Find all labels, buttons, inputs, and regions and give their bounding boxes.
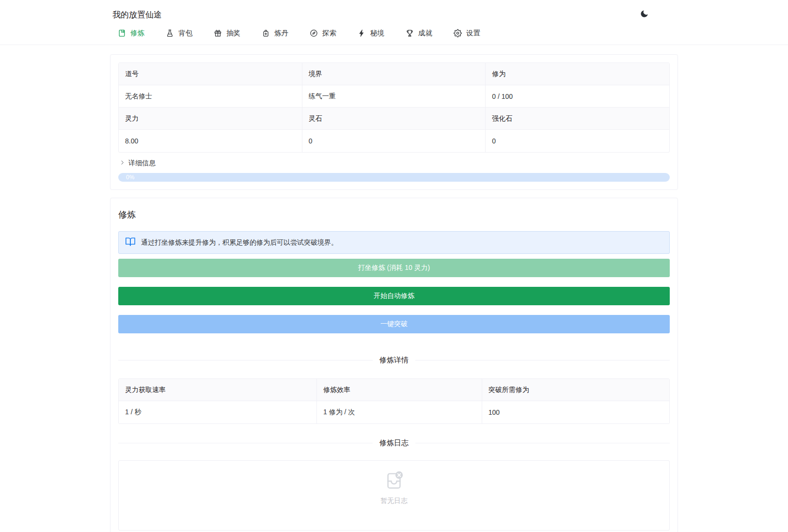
stat-header-cultivation: 修为 [486,63,669,85]
table-row: 无名修士 练气一重 0 / 100 [119,85,669,108]
moon-icon [640,9,649,20]
table-row: 8.00 0 0 [119,130,669,152]
stat-header-dao-name: 道号 [119,63,302,85]
cultivation-card: 修炼 通过打坐修炼来提升修为，积累足够的修为后可以尝试突破境界。 打坐修炼 (消… [110,198,678,532]
main-nav: 修炼 背包 抽奖 炼丹 [110,22,678,45]
chevron-right-icon [119,159,126,167]
tab-label: 秘境 [370,29,384,38]
book-icon [118,29,126,37]
table-row: 1 / 秒 1 修为 / 次 100 [119,401,669,423]
detail-value-spirit-rate: 1 / 秒 [119,401,317,423]
tab-lottery[interactable]: 抽奖 [214,29,240,38]
table-row: 灵力 灵石 强化石 [119,108,669,130]
tab-label: 成就 [418,29,432,38]
gear-icon [454,29,462,37]
tab-label: 探索 [322,29,336,38]
stat-value-dao-name: 无名修士 [119,85,302,108]
stat-value-realm: 练气一重 [302,85,486,108]
stats-card: 道号 境界 修为 无名修士 练气一重 0 / 100 灵力 灵石 强化石 8.0… [110,54,678,190]
details-toggle-label: 详细信息 [128,159,156,168]
cultivation-progress-bar: 0% [118,173,670,182]
potion-icon [262,29,270,37]
tab-alchemy[interactable]: 炼丹 [262,29,288,38]
stat-value-spirit-stones: 0 [302,130,486,152]
stat-header-spirit-stones: 灵石 [302,108,486,130]
detail-header-efficiency: 修炼效率 [317,379,482,401]
trophy-icon [406,29,414,37]
breakthrough-button[interactable]: 一键突破 [118,315,670,333]
details-divider: 修炼详情 [118,356,670,365]
tab-cultivation[interactable]: 修炼 [118,29,144,38]
detail-header-spirit-rate: 灵力获取速率 [119,379,317,401]
tab-label: 背包 [178,29,192,38]
book-open-icon [125,236,136,249]
cultivation-tip-alert: 通过打坐修炼来提升修为，积累足够的修为后可以尝试突破境界。 [118,231,670,254]
details-collapse-toggle[interactable]: 详细信息 [118,159,670,168]
main-content: 道号 境界 修为 无名修士 练气一重 0 / 100 灵力 灵石 强化石 8.0… [110,45,678,532]
meditate-button[interactable]: 打坐修炼 (消耗 10 灵力) [118,259,670,277]
stats-table: 道号 境界 修为 无名修士 练气一重 0 / 100 灵力 灵石 强化石 8.0… [118,63,670,153]
cultivation-details-table: 灵力获取速率 修炼效率 突破所需修为 1 / 秒 1 修为 / 次 100 [118,378,670,424]
stat-header-spirit-power: 灵力 [119,108,302,130]
stat-header-realm: 境界 [302,63,486,85]
gift-icon [214,29,222,37]
tab-label: 炼丹 [274,29,288,38]
theme-toggle-button[interactable] [640,9,649,20]
compass-icon [310,29,318,37]
stat-value-enhance-stones: 0 [486,130,669,152]
tab-label: 抽奖 [226,29,240,38]
page-title: 我的放置仙途 [112,9,162,20]
tab-label: 修炼 [130,29,144,38]
details-divider-label: 修炼详情 [373,356,415,365]
cultivation-tip-text: 通过打坐修炼来提升修为，积累足够的修为后可以尝试突破境界。 [141,238,338,247]
table-row: 灵力获取速率 修炼效率 突破所需修为 [119,379,669,401]
auto-cultivate-button[interactable]: 开始自动修炼 [118,287,670,305]
tab-label: 设置 [466,29,480,38]
log-divider: 修炼日志 [118,438,670,448]
tab-achievements[interactable]: 成就 [406,29,432,38]
app-header: 我的放置仙途 修炼 背包 [0,0,788,45]
cultivation-log-empty-state: 暂无日志 [118,460,670,531]
progress-percent-label: 0% [118,173,134,182]
empty-log-text: 暂无日志 [380,497,408,505]
tab-settings[interactable]: 设置 [454,29,480,38]
tab-explore[interactable]: 探索 [310,29,336,38]
stat-header-enhance-stones: 强化石 [486,108,669,130]
detail-value-efficiency: 1 修为 / 次 [317,401,482,423]
inbox-x-icon [383,469,405,493]
tab-secret-realm[interactable]: 秘境 [358,29,384,38]
tab-backpack[interactable]: 背包 [166,29,192,38]
stat-value-cultivation: 0 / 100 [486,85,669,108]
log-divider-label: 修炼日志 [373,438,415,448]
detail-value-breakthrough-req: 100 [482,401,669,423]
flask-icon [166,29,174,37]
cultivation-card-title: 修炼 [118,209,670,220]
bolt-icon [358,29,366,37]
detail-header-breakthrough-req: 突破所需修为 [482,379,669,401]
table-row: 道号 境界 修为 [119,63,669,85]
stat-value-spirit-power: 8.00 [119,130,302,152]
